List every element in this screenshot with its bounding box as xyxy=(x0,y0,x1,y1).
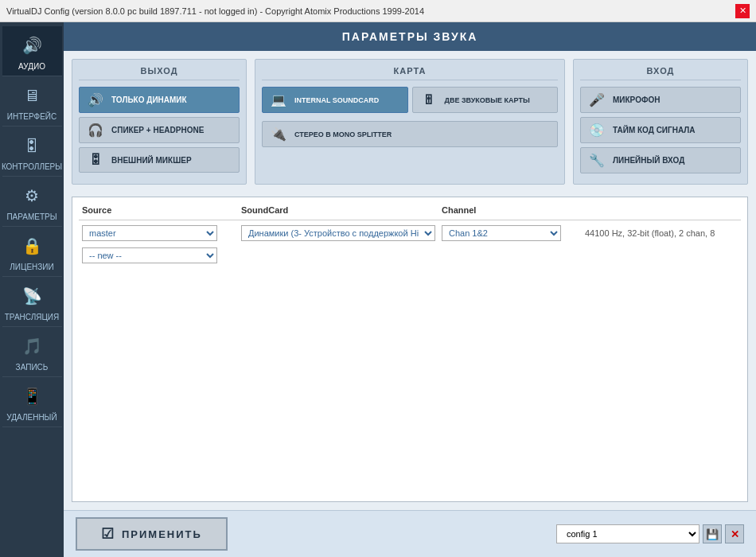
apply-button[interactable]: ☑ ПРИМЕНИТЬ xyxy=(76,517,228,551)
option-timecode[interactable]: 💿 ТАЙМ КОД СИГНАЛА xyxy=(580,117,741,143)
option-stereo-mono[interactable]: 🔌 СТЕРЕО в MONO SPLITTER xyxy=(262,121,558,147)
sidebar-label-remote: Удаленный xyxy=(6,413,57,422)
table-section: Source SoundCard Channel master Динамики xyxy=(72,197,748,502)
option-line-in-label: ЛИНЕЙНЫЙ ВХОД xyxy=(613,156,684,165)
option-two-soundcards[interactable]: 🎚 ДВЕ ЗВУКОВЫЕ КАРТЫ xyxy=(412,87,559,113)
channel-dropdown[interactable]: Chan 1&2 xyxy=(442,225,561,241)
title-bar-text: VirtualDJ Config (version 8.0.0 pc build… xyxy=(6,6,424,16)
mixer-icon: 🎛 xyxy=(86,153,105,167)
sidebar-label-controllers: Контроллеры xyxy=(2,162,62,171)
card-vykhod-header: ВЫХОД xyxy=(79,66,240,80)
soundcard-cell: Динамики (3- Устройство с поддержкой Hig… xyxy=(238,224,438,243)
settings-icon: ⚙ xyxy=(18,181,46,210)
line-in-icon: 🔧 xyxy=(587,153,606,168)
cards-row: ВЫХОД 🔊 ТОЛЬКО ДИНАМИК 🎧 СПИКЕР + HEADPH… xyxy=(72,59,748,185)
delete-icon: ✕ xyxy=(731,528,739,540)
option-speaker-headphone[interactable]: 🎧 СПИКЕР + HEADPHONE xyxy=(79,117,240,143)
option-external-mixer-label: ВНЕШНИЙ МИКШЕР xyxy=(111,156,192,165)
table-row: master Динамики (3- Устройство с поддерж… xyxy=(79,224,741,243)
config-select[interactable]: config 1 config 2 config 3 xyxy=(556,524,699,543)
soundcard-dropdown[interactable]: Динамики (3- Устройство с поддержкой Hig… xyxy=(241,225,435,241)
option-internal-soundcard-label: INTERNAL SOUNDCARD xyxy=(294,96,379,104)
sidebar-item-broadcast[interactable]: 📡 Трансляция xyxy=(2,277,62,327)
option-speaker-headphone-label: СПИКЕР + HEADPHONE xyxy=(111,126,204,134)
content-header: ПАРАМЕТРЫ ЗВУКА xyxy=(64,22,756,51)
sidebar-item-interface[interactable]: 🖥 Интерфейс xyxy=(2,76,62,127)
col-source: Source xyxy=(79,204,238,216)
col-soundcard: SoundCard xyxy=(238,204,438,216)
table-headers: Source SoundCard Channel xyxy=(79,204,741,220)
new-row: -- new -- xyxy=(79,246,741,265)
stereo-mono-icon: 🔌 xyxy=(269,127,288,142)
remote-icon: 📱 xyxy=(18,382,46,411)
headphone-icon: 🎧 xyxy=(86,123,105,138)
apply-label: ПРИМЕНИТЬ xyxy=(122,528,202,540)
license-icon: 🔒 xyxy=(18,232,46,260)
app-body: 🔊 Аудио 🖥 Интерфейс 🎛 Контроллеры ⚙ Пара… xyxy=(0,22,756,557)
option-line-in[interactable]: 🔧 ЛИНЕЙНЫЙ ВХОД xyxy=(580,147,741,173)
card-karta-header: КАРТА xyxy=(262,66,558,80)
save-config-button[interactable]: 💾 xyxy=(703,524,722,543)
footer-right: config 1 config 2 config 3 💾 ✕ xyxy=(556,524,744,543)
delete-config-button[interactable]: ✕ xyxy=(725,524,744,543)
microphone-icon: 🎤 xyxy=(587,92,606,107)
sidebar-label-license: Лицензии xyxy=(10,263,53,271)
sidebar-label-interface: Интерфейс xyxy=(7,112,57,121)
card-vkhod: ВХОД 🎤 МИКРОФОН 💿 ТАЙМ КОД СИГНАЛА 🔧 ЛИН… xyxy=(573,59,748,185)
option-microphone-label: МИКРОФОН xyxy=(613,95,660,104)
sidebar-label-broadcast: Трансляция xyxy=(5,313,59,321)
sidebar-item-audio[interactable]: 🔊 Аудио xyxy=(2,26,62,76)
content-area: ПАРАМЕТРЫ ЗВУКА ВЫХОД 🔊 ТОЛЬКО ДИНАМИК 🎧… xyxy=(64,22,756,557)
channel-cell: Chan 1&2 xyxy=(438,224,582,243)
soundcard-icon: 💻 xyxy=(269,92,288,107)
sidebar-label-settings: Параметры xyxy=(6,212,57,221)
info-cell: 44100 Hz, 32-bit (float), 2 chan, 8 xyxy=(582,227,741,240)
sidebar-item-remote[interactable]: 📱 Удаленный xyxy=(2,377,62,427)
audio-icon: 🔊 xyxy=(18,31,46,60)
karta-grid: 💻 INTERNAL SOUNDCARD 🎚 ДВЕ ЗВУКОВЫЕ КАРТ… xyxy=(262,87,558,151)
new-source-dropdown[interactable]: -- new -- xyxy=(82,247,217,263)
card-vykhod: ВЫХОД 🔊 ТОЛЬКО ДИНАМИК 🎧 СПИКЕР + HEADPH… xyxy=(72,59,247,185)
sidebar-label-audio: Аудио xyxy=(18,62,45,71)
sidebar-item-controllers[interactable]: 🎛 Контроллеры xyxy=(2,127,62,177)
title-bar: VirtualDJ Config (version 8.0.0 pc build… xyxy=(0,0,756,22)
broadcast-icon: 📡 xyxy=(18,282,46,310)
col-channel: Channel xyxy=(438,204,582,216)
card-karta: КАРТА 💻 INTERNAL SOUNDCARD 🎚 ДВЕ ЗВУКОВЫ… xyxy=(255,59,565,185)
option-two-soundcards-label: ДВЕ ЗВУКОВЫЕ КАРТЫ xyxy=(445,96,530,104)
card-vkhod-header: ВХОД xyxy=(580,66,741,80)
interface-icon: 🖥 xyxy=(18,81,46,110)
option-only-speaker-label: ТОЛЬКО ДИНАМИК xyxy=(111,95,187,104)
option-timecode-label: ТАЙМ КОД СИГНАЛА xyxy=(613,126,696,134)
option-stereo-mono-label: СТЕРЕО в MONO SPLITTER xyxy=(294,130,392,138)
sidebar-item-settings[interactable]: ⚙ Параметры xyxy=(2,177,62,227)
speaker-icon: 🔊 xyxy=(86,92,105,107)
two-soundcards-icon: 🎚 xyxy=(419,93,438,107)
source-cell: master xyxy=(79,224,238,243)
close-button[interactable]: ✕ xyxy=(735,4,750,18)
option-external-mixer[interactable]: 🎛 ВНЕШНИЙ МИКШЕР xyxy=(79,147,240,173)
sidebar-item-license[interactable]: 🔒 Лицензии xyxy=(2,227,62,277)
source-dropdown[interactable]: master xyxy=(82,225,217,241)
col-info xyxy=(582,204,741,216)
save-icon: 💾 xyxy=(706,528,719,540)
record-icon: 🎵 xyxy=(18,332,46,360)
controllers-icon: 🎛 xyxy=(18,131,46,160)
timecode-icon: 💿 xyxy=(587,123,606,138)
sidebar-item-record[interactable]: 🎵 Запись xyxy=(2,327,62,377)
option-microphone[interactable]: 🎤 МИКРОФОН xyxy=(580,87,741,113)
main-panel: ВЫХОД 🔊 ТОЛЬКО ДИНАМИК 🎧 СПИКЕР + HEADPH… xyxy=(64,51,756,510)
option-only-speaker[interactable]: 🔊 ТОЛЬКО ДИНАМИК xyxy=(79,87,240,113)
new-source-cell: -- new -- xyxy=(79,246,238,265)
sidebar-label-record: Запись xyxy=(16,363,49,372)
footer: ☑ ПРИМЕНИТЬ config 1 config 2 config 3 💾… xyxy=(64,510,756,557)
sidebar: 🔊 Аудио 🖥 Интерфейс 🎛 Контроллеры ⚙ Пара… xyxy=(0,22,64,557)
option-internal-soundcard[interactable]: 💻 INTERNAL SOUNDCARD xyxy=(262,87,408,113)
apply-checkmark-icon: ☑ xyxy=(101,525,115,543)
